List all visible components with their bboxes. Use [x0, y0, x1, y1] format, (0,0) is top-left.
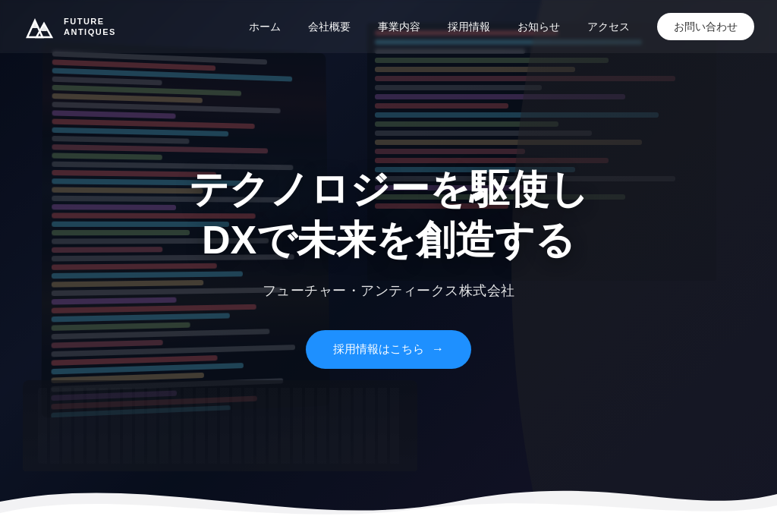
- logo-text: FUTURE ANTIQUES: [64, 16, 116, 38]
- nav-link-about[interactable]: 会社概要: [308, 20, 351, 33]
- nav-item-recruit[interactable]: 採用情報: [448, 20, 490, 34]
- hero-title: テクノロジーを駆使し DXで未来を創造する: [85, 163, 692, 266]
- nav-links: ホーム 会社概要 事業内容 採用情報 お知らせ アクセス お問い合わせ: [249, 20, 754, 34]
- nav-link-access[interactable]: アクセス: [587, 20, 630, 33]
- nav-link-home[interactable]: ホーム: [249, 20, 281, 33]
- contact-button[interactable]: お問い合わせ: [657, 13, 754, 40]
- nav-link-recruit[interactable]: 採用情報: [448, 20, 490, 33]
- hero-section: FUTURE ANTIQUES ホーム 会社概要 事業内容 採用情報 お知らせ …: [0, 0, 777, 532]
- hero-content: テクノロジーを駆使し DXで未来を創造する フューチャー・アンティークス株式会社…: [85, 163, 692, 368]
- logo-area[interactable]: FUTURE ANTIQUES: [23, 10, 116, 43]
- nav-item-access[interactable]: アクセス: [587, 20, 630, 34]
- nav-link-services[interactable]: 事業内容: [378, 20, 420, 33]
- nav-item-services[interactable]: 事業内容: [378, 20, 420, 34]
- nav-item-news[interactable]: お知らせ: [517, 20, 560, 34]
- nav-item-contact[interactable]: お問い合わせ: [657, 20, 754, 34]
- nav-link-news[interactable]: お知らせ: [517, 20, 560, 33]
- hero-title-line2: DXで未来を創造する: [85, 215, 692, 266]
- hero-subtitle: フューチャー・アンティークス株式会社: [85, 282, 692, 300]
- hero-cta-arrow: →: [432, 342, 444, 356]
- wave-bottom: [0, 471, 777, 532]
- nav-item-about[interactable]: 会社概要: [308, 20, 351, 34]
- navbar: FUTURE ANTIQUES ホーム 会社概要 事業内容 採用情報 お知らせ …: [0, 0, 777, 53]
- hero-title-line1: テクノロジーを駆使し: [85, 163, 692, 215]
- hero-cta-button[interactable]: 採用情報はこちら →: [306, 330, 471, 369]
- logo-icon: [23, 10, 56, 43]
- hero-cta-label: 採用情報はこちら: [333, 342, 424, 357]
- nav-item-home[interactable]: ホーム: [249, 20, 281, 34]
